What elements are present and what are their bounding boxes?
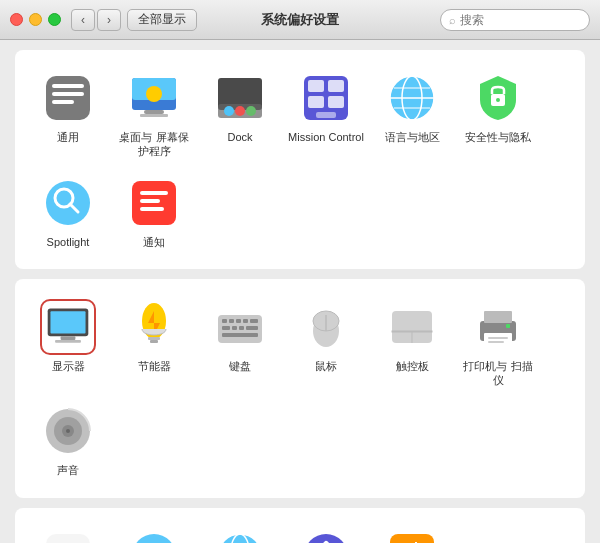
printer-icon: [470, 299, 526, 355]
svg-rect-38: [55, 340, 81, 343]
mission-icon: [298, 70, 354, 126]
svg-rect-70: [46, 534, 90, 543]
spotlight-label: Spotlight: [47, 235, 90, 249]
svg-rect-15: [308, 80, 324, 92]
minimize-button[interactable]: [29, 13, 42, 26]
sharing-icon: [384, 528, 440, 543]
internet-accounts-icon: @: [126, 528, 182, 543]
icon-display[interactable]: 显示器: [25, 291, 111, 396]
icon-printer[interactable]: 打印机与 扫描仪: [455, 291, 541, 396]
svg-point-27: [496, 98, 500, 102]
svg-rect-18: [328, 96, 344, 108]
icon-icloud[interactable]: iCloud: [25, 520, 111, 543]
icon-mouse[interactable]: 鼠标: [283, 291, 369, 396]
icon-desktop[interactable]: 桌面与 屏幕保护程序: [111, 62, 197, 167]
icon-general[interactable]: 通用: [25, 62, 111, 167]
svg-rect-62: [484, 333, 512, 347]
svg-rect-2: [52, 92, 84, 96]
svg-rect-36: [50, 311, 85, 333]
section-personal: 通用 桌面与 屏幕保护程序: [15, 50, 585, 269]
svg-point-6: [146, 86, 162, 102]
trackpad-label: 触控板: [396, 359, 429, 373]
icon-spotlight[interactable]: Spotlight: [25, 167, 111, 257]
printer-label: 打印机与 扫描仪: [459, 359, 537, 388]
icon-keyboard[interactable]: 键盘: [197, 291, 283, 396]
display-label: 显示器: [52, 359, 85, 373]
icon-dock[interactable]: Dock: [197, 62, 283, 167]
svg-point-69: [66, 429, 70, 433]
svg-rect-33: [140, 199, 160, 203]
keyboard-label: 键盘: [229, 359, 251, 373]
svg-rect-46: [243, 319, 248, 323]
notification-icon: [126, 175, 182, 231]
svg-rect-50: [239, 326, 244, 330]
energy-icon: [126, 299, 182, 355]
svg-rect-19: [316, 112, 336, 118]
section-internet: iCloud @ 互联网 帐户: [15, 508, 585, 543]
desktop-icon: [126, 70, 182, 126]
bluetooth-icon: [298, 528, 354, 543]
nav-buttons: ‹ ›: [71, 9, 121, 31]
dock-icon: [212, 70, 268, 126]
sound-label: 声音: [57, 463, 79, 477]
desktop-label: 桌面与 屏幕保护程序: [115, 130, 193, 159]
icloud-icon: [40, 528, 96, 543]
svg-rect-61: [484, 311, 512, 323]
icon-security[interactable]: 安全性与隐私: [455, 62, 541, 167]
show-all-button[interactable]: 全部显示: [127, 9, 197, 31]
forward-button[interactable]: ›: [97, 9, 121, 31]
trackpad-icon: [384, 299, 440, 355]
spotlight-icon: [40, 175, 96, 231]
icon-bluetooth[interactable]: 蓝牙: [283, 520, 369, 543]
svg-rect-49: [232, 326, 237, 330]
language-icon: [384, 70, 440, 126]
svg-point-73: [218, 534, 262, 543]
icon-trackpad[interactable]: 触控板: [369, 291, 455, 396]
svg-rect-47: [250, 319, 258, 323]
security-icon: [470, 70, 526, 126]
svg-rect-7: [144, 110, 164, 114]
svg-rect-32: [140, 191, 168, 195]
svg-rect-37: [61, 336, 76, 340]
maximize-button[interactable]: [48, 13, 61, 26]
network-icon: [212, 528, 268, 543]
section-hardware: 显示器 节能器: [15, 279, 585, 498]
security-label: 安全性与隐私: [465, 130, 531, 144]
general-label: 通用: [57, 130, 79, 144]
svg-rect-17: [308, 96, 324, 108]
search-box[interactable]: ⌕: [440, 9, 590, 31]
svg-point-12: [235, 106, 245, 116]
keyboard-icon: [212, 299, 268, 355]
svg-rect-0: [46, 76, 90, 120]
back-button[interactable]: ‹: [71, 9, 95, 31]
close-button[interactable]: [10, 13, 23, 26]
mission-label: Mission Control: [288, 130, 364, 144]
svg-rect-63: [488, 337, 508, 339]
svg-rect-48: [222, 326, 230, 330]
svg-rect-65: [506, 324, 510, 328]
notification-label: 通知: [143, 235, 165, 249]
svg-rect-16: [328, 80, 344, 92]
svg-rect-83: [390, 534, 434, 543]
mouse-label: 鼠标: [315, 359, 337, 373]
title-bar: ‹ › 全部显示 系统偏好设置 ⌕: [0, 0, 600, 40]
icon-network[interactable]: 网络: [197, 520, 283, 543]
icon-energy[interactable]: 节能器: [111, 291, 197, 396]
svg-rect-52: [222, 333, 258, 337]
svg-rect-41: [150, 340, 158, 343]
svg-rect-1: [52, 84, 84, 88]
icon-internet-accounts[interactable]: @ 互联网 帐户: [111, 520, 197, 543]
icon-language[interactable]: 语言与地区: [369, 62, 455, 167]
dock-label: Dock: [227, 130, 252, 144]
svg-point-11: [224, 106, 234, 116]
svg-rect-44: [229, 319, 234, 323]
search-input[interactable]: [460, 13, 581, 27]
svg-rect-64: [488, 341, 504, 343]
icon-mission[interactable]: Mission Control: [283, 62, 369, 167]
icon-notification[interactable]: 通知: [111, 167, 197, 257]
search-icon: ⌕: [449, 14, 456, 26]
window-title: 系统偏好设置: [261, 11, 339, 29]
svg-rect-3: [52, 100, 74, 104]
icon-sharing[interactable]: 共享: [369, 520, 455, 543]
icon-sound[interactable]: 声音: [25, 395, 111, 485]
